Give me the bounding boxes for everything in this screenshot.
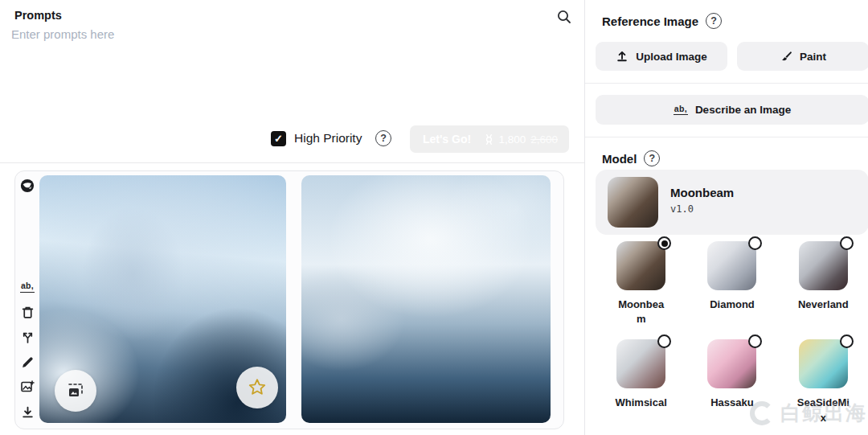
- paint-brush-icon: [780, 50, 792, 63]
- left-panel-divider: [0, 162, 584, 163]
- model-thumbnail[interactable]: [707, 339, 756, 388]
- right-panel-divider-1: [585, 83, 868, 84]
- model-thumbnail[interactable]: [616, 241, 665, 290]
- image-add-icon[interactable]: [20, 380, 35, 394]
- model-thumbnail[interactable]: [799, 241, 848, 290]
- high-priority-label: High Priority: [294, 131, 362, 146]
- search-icon[interactable]: [555, 8, 573, 26]
- model-option-whimsical[interactable]: Whimsical: [615, 339, 668, 425]
- upload-image-button[interactable]: Upload Image: [596, 42, 727, 71]
- trash-icon[interactable]: [20, 305, 35, 319]
- selected-model-version: v1.0: [670, 203, 694, 215]
- current-price: 1,800: [498, 133, 526, 146]
- prompt-panel: Prompts ✓ High Priority ? Let's Go! 1,80…: [0, 0, 584, 435]
- model-name-label: Whimsical: [615, 396, 668, 410]
- generation-result-card: ab,: [14, 170, 564, 429]
- favorite-star-button[interactable]: [236, 367, 278, 408]
- generation-toolbar: ab,: [15, 171, 39, 429]
- original-price: 2,600: [530, 133, 558, 146]
- credits-candy-icon: [483, 133, 495, 146]
- radio-unselected-icon[interactable]: [748, 334, 762, 348]
- generated-image-1[interactable]: [39, 175, 286, 423]
- app-root: Prompts ✓ High Priority ? Let's Go! 1,80…: [0, 0, 868, 435]
- model-name-label: Neverland: [796, 298, 850, 312]
- prompts-title: Prompts: [14, 9, 62, 22]
- model-grid: MoonbeamDiamondNeverlandWhimsicalHassaku…: [596, 241, 868, 425]
- describe-ab-icon[interactable]: ab,: [20, 280, 35, 294]
- model-help-icon[interactable]: ?: [644, 150, 660, 166]
- go-button-label: Let's Go!: [423, 133, 471, 146]
- radio-unselected-icon[interactable]: [840, 334, 854, 348]
- model-option-neverland[interactable]: Neverland: [796, 241, 850, 326]
- model-option-moonbeam[interactable]: Moonbeam: [615, 241, 668, 326]
- edit-pencil-icon[interactable]: [20, 355, 35, 369]
- reference-image-title: Reference Image ?: [602, 13, 722, 29]
- right-panel-divider-2: [585, 137, 868, 137]
- use-as-reference-button[interactable]: [55, 370, 96, 412]
- globe-icon[interactable]: [20, 179, 35, 193]
- model-option-diamond[interactable]: Diamond: [706, 241, 759, 326]
- model-title: Model ?: [602, 150, 660, 166]
- price-group: 1,800 2,600: [483, 133, 558, 146]
- paint-button[interactable]: Paint: [737, 42, 868, 71]
- selected-model-thumbnail: [608, 177, 658, 228]
- describe-image-label: Describe an Image: [695, 104, 791, 116]
- radio-unselected-icon[interactable]: [657, 334, 671, 348]
- reference-image-title-text: Reference Image: [602, 14, 698, 28]
- high-priority-help-icon[interactable]: ?: [375, 130, 391, 146]
- radio-unselected-icon[interactable]: [748, 236, 762, 250]
- lets-go-button[interactable]: Let's Go! 1,800 2,600: [410, 125, 569, 153]
- model-option-hassaku[interactable]: Hassaku: [706, 339, 759, 425]
- model-thumbnail[interactable]: [616, 339, 665, 388]
- model-name-label: Diamond: [706, 298, 759, 312]
- reference-image-help-icon[interactable]: ?: [706, 13, 722, 29]
- radio-unselected-icon[interactable]: [840, 236, 854, 250]
- download-icon[interactable]: [20, 404, 35, 419]
- prompt-input[interactable]: [11, 27, 566, 116]
- describe-image-button[interactable]: ab, Describe an Image: [596, 95, 868, 125]
- high-priority-checkbox[interactable]: ✓: [271, 131, 286, 146]
- variations-branch-icon[interactable]: [20, 330, 35, 344]
- radio-selected-icon[interactable]: [657, 236, 671, 250]
- generated-image-2[interactable]: [301, 175, 551, 423]
- settings-panel: Reference Image ? Upload Image Paint ab,…: [584, 0, 868, 435]
- upload-icon: [616, 50, 628, 63]
- priority-row: ✓ High Priority ? Let's Go! 1,800 2,600: [0, 125, 584, 154]
- selected-model-card[interactable]: Moonbeam v1.0: [596, 170, 868, 235]
- model-name-label: Hassaku: [706, 396, 759, 410]
- paint-label: Paint: [800, 51, 826, 63]
- model-option-seasidemix[interactable]: SeaSideMix: [796, 339, 850, 425]
- upload-image-label: Upload Image: [636, 51, 707, 63]
- model-name-label: Moonbeam: [615, 298, 668, 326]
- selected-model-name: Moonbeam: [670, 186, 734, 199]
- describe-ab-icon: ab,: [674, 105, 688, 116]
- model-thumbnail[interactable]: [799, 339, 848, 388]
- model-thumbnail[interactable]: [707, 241, 756, 290]
- model-name-label: SeaSideMix: [796, 396, 850, 425]
- model-title-text: Model: [602, 152, 637, 166]
